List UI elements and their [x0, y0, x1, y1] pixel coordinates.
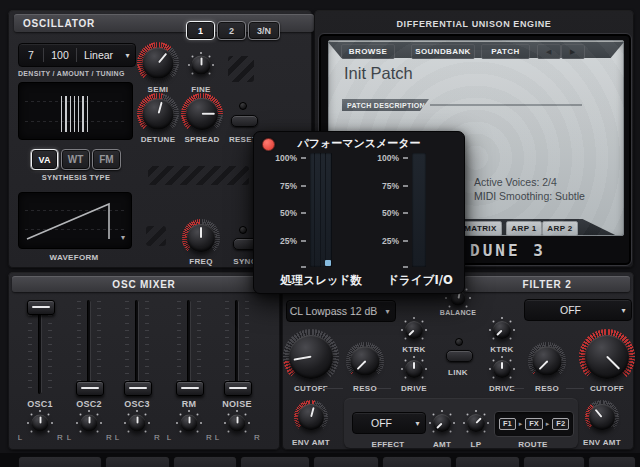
effect-lp-face[interactable]: [467, 414, 485, 432]
filter2-cutoff-knob[interactable]: [579, 329, 635, 385]
filter2-cutoff-face[interactable]: [585, 335, 629, 379]
filter1-envamt-knob[interactable]: [294, 400, 328, 434]
tab-patch[interactable]: PATCH: [481, 44, 530, 59]
scale-75-label: 75%: [269, 181, 297, 191]
filter1-type-dropdown[interactable]: CL Lowpass 12 dB ▾: [286, 300, 396, 322]
spread-knob-pointer: [202, 113, 215, 115]
fine-knob-face[interactable]: [192, 56, 211, 75]
synthesis-fm-button[interactable]: FM: [92, 149, 121, 170]
osc3-pan-knob[interactable]: [124, 410, 150, 436]
filter1-reso-face[interactable]: [351, 347, 380, 376]
unison-density-value[interactable]: 7: [19, 49, 43, 61]
bottom-panel-edge[interactable]: [313, 456, 379, 467]
waveform-display[interactable]: ▾: [18, 192, 132, 249]
detune-knob-face[interactable]: [143, 99, 174, 130]
freq-knob[interactable]: [182, 219, 220, 257]
effect-amt-face[interactable]: [433, 414, 451, 432]
noise-pan-knob[interactable]: [224, 410, 250, 436]
balance-label: BALANCE: [434, 309, 482, 316]
detune-knob[interactable]: [137, 93, 179, 135]
effect-value[interactable]: OFF: [353, 417, 410, 429]
bottom-panel-edge[interactable]: [588, 456, 636, 467]
filter2-type-value[interactable]: OFF: [525, 304, 616, 316]
osc-select-1-button[interactable]: 1: [186, 21, 215, 40]
unison-settings-dropdown[interactable]: 7 100 Linear ▾: [18, 43, 136, 67]
osc1-pan-face[interactable]: [32, 415, 49, 432]
bottom-panel-edge[interactable]: [523, 456, 585, 467]
filter2-ktrk-knob[interactable]: [489, 317, 515, 343]
filter1-ktrk-knob[interactable]: [401, 317, 427, 343]
bottom-panel-edge[interactable]: [18, 456, 102, 467]
filter2-ktrk-face[interactable]: [493, 321, 511, 339]
filter1-drive-knob[interactable]: [401, 356, 427, 382]
rm-fader-handle[interactable]: [176, 381, 204, 396]
tab-browse-label: BROWSE: [349, 47, 387, 56]
route-selector[interactable]: F1 ▸ FX ▸ F2: [494, 411, 574, 437]
filter2-reso-knob[interactable]: [528, 342, 566, 380]
osc2-fader-handle[interactable]: [76, 381, 104, 396]
filter1-cutoff-face[interactable]: [289, 335, 333, 379]
engine-header: DIFFERENTIAL UNISON ENGINE: [314, 19, 634, 29]
filter1-drive-face[interactable]: [405, 360, 423, 378]
fine-knob[interactable]: [187, 51, 215, 79]
scale-tick: [403, 185, 408, 187]
noise-fader-track[interactable]: [235, 300, 239, 394]
osc3-pan-face[interactable]: [129, 415, 146, 432]
noise-pan-face[interactable]: [229, 415, 246, 432]
osc-select-2-button[interactable]: 2: [217, 21, 246, 40]
freq-knob-face[interactable]: [187, 224, 215, 252]
osc3-fader-handle[interactable]: [124, 381, 152, 396]
tab-arp1[interactable]: ARP 1: [506, 221, 542, 236]
noise-fader-handle[interactable]: [224, 381, 252, 396]
rm-fader-track[interactable]: [187, 300, 191, 394]
unison-tuning-value[interactable]: Linear: [77, 49, 120, 61]
bottom-panel-edge[interactable]: [455, 456, 520, 467]
osc1-fader-handle[interactable]: [27, 300, 55, 315]
effect-amt-knob[interactable]: [429, 410, 455, 436]
tab-arp2[interactable]: ARP 2: [542, 221, 578, 236]
filter1-ktrk-face[interactable]: [405, 321, 423, 339]
bottom-panel-edge[interactable]: [173, 456, 237, 467]
effect-lp-knob[interactable]: [463, 410, 489, 436]
rm-pan-knob[interactable]: [176, 410, 202, 436]
filter1-type-value[interactable]: CL Lowpass 12 dB: [287, 305, 380, 317]
filter2-cutoff-pointer: [606, 356, 620, 370]
patch-prev-button[interactable]: ◀: [537, 44, 561, 59]
filter2-envamt-knob[interactable]: [585, 400, 619, 434]
tab-soundbank[interactable]: SOUNDBANK: [411, 44, 475, 59]
bottom-panel-edge[interactable]: [105, 456, 170, 467]
effect-dropdown[interactable]: OFF ▾: [352, 412, 426, 434]
link-button[interactable]: [446, 350, 473, 362]
bottom-panel-edge[interactable]: [382, 456, 452, 467]
filter1-cutoff-knob[interactable]: [283, 329, 339, 385]
spread-knob[interactable]: [181, 93, 223, 135]
synthesis-va-button[interactable]: VA: [30, 149, 59, 170]
unison-amount-value[interactable]: 100: [44, 49, 76, 61]
chevron-down-icon: ▾: [380, 307, 395, 316]
patch-next-button[interactable]: ▶: [561, 44, 585, 59]
spread-knob-face[interactable]: [186, 98, 218, 130]
tab-matrix[interactable]: MATRIX: [459, 221, 502, 236]
filter2-drive-knob[interactable]: [489, 356, 515, 382]
filter2-drive-face[interactable]: [493, 360, 511, 378]
filter2-type-dropdown[interactable]: OFF ▾: [524, 299, 632, 321]
reset-button[interactable]: [231, 115, 258, 127]
osc2-pan-knob[interactable]: [76, 410, 102, 436]
osc-select-3n-button[interactable]: 3/N: [248, 21, 280, 40]
osc3-fader-track[interactable]: [135, 300, 139, 394]
osc2-pan-face[interactable]: [81, 415, 98, 432]
filter2-reso-face[interactable]: [533, 347, 562, 376]
filter1-reso-knob[interactable]: [346, 342, 384, 380]
semi-knob[interactable]: [137, 42, 179, 84]
semi-knob-face[interactable]: [143, 48, 174, 79]
bottom-panel-edge[interactable]: [240, 456, 310, 467]
synthesis-wt-button[interactable]: WT: [61, 149, 90, 170]
filter2-envamt-face[interactable]: [589, 404, 615, 430]
tab-browse[interactable]: BROWSE: [341, 44, 395, 59]
waveform-dropdown-icon[interactable]: ▾: [121, 233, 125, 242]
osc2-fader-track[interactable]: [87, 300, 91, 394]
rm-pan-face[interactable]: [181, 415, 198, 432]
osc1-pan-knob[interactable]: [27, 410, 53, 436]
filter1-envamt-face[interactable]: [298, 404, 324, 430]
filter1-ktrk-label: KTRK: [389, 345, 439, 354]
